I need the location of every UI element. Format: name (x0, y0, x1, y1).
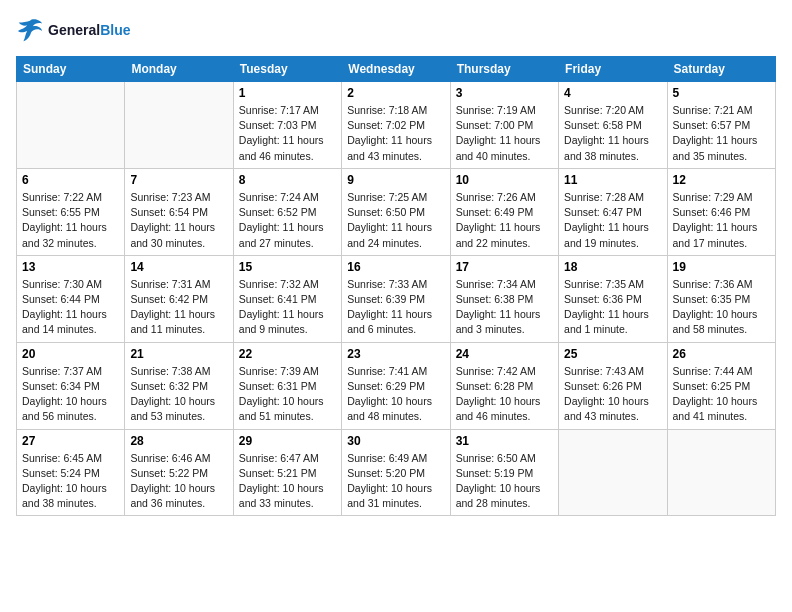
cell-line: Sunset: 6:55 PM (22, 206, 100, 218)
cell-line: Sunrise: 7:19 AM (456, 104, 536, 116)
calendar-cell (667, 429, 775, 516)
cell-content: Sunrise: 7:42 AMSunset: 6:28 PMDaylight:… (456, 364, 553, 425)
day-number: 16 (347, 260, 444, 274)
cell-line: Daylight: 10 hours and 33 minutes. (239, 482, 324, 509)
cell-line: Daylight: 10 hours and 46 minutes. (456, 395, 541, 422)
day-number: 31 (456, 434, 553, 448)
cell-content: Sunrise: 7:22 AMSunset: 6:55 PMDaylight:… (22, 190, 119, 251)
cell-line: Sunset: 6:32 PM (130, 380, 208, 392)
cell-line: Daylight: 11 hours and 40 minutes. (456, 134, 541, 161)
cell-content: Sunrise: 7:21 AMSunset: 6:57 PMDaylight:… (673, 103, 770, 164)
day-number: 25 (564, 347, 661, 361)
cell-line: Daylight: 11 hours and 9 minutes. (239, 308, 324, 335)
cell-line: Sunset: 5:21 PM (239, 467, 317, 479)
cell-content: Sunrise: 7:17 AMSunset: 7:03 PMDaylight:… (239, 103, 336, 164)
day-number: 20 (22, 347, 119, 361)
cell-line: Daylight: 10 hours and 31 minutes. (347, 482, 432, 509)
cell-line: Sunset: 6:42 PM (130, 293, 208, 305)
cell-line: Sunrise: 7:28 AM (564, 191, 644, 203)
day-number: 11 (564, 173, 661, 187)
calendar-cell: 17Sunrise: 7:34 AMSunset: 6:38 PMDayligh… (450, 255, 558, 342)
cell-line: Daylight: 10 hours and 36 minutes. (130, 482, 215, 509)
cell-line: Sunrise: 7:41 AM (347, 365, 427, 377)
cell-line: Daylight: 11 hours and 24 minutes. (347, 221, 432, 248)
cell-line: Sunrise: 7:31 AM (130, 278, 210, 290)
calendar-cell: 29Sunrise: 6:47 AMSunset: 5:21 PMDayligh… (233, 429, 341, 516)
cell-line: Sunrise: 7:24 AM (239, 191, 319, 203)
cell-line: Sunrise: 7:21 AM (673, 104, 753, 116)
cell-line: Daylight: 11 hours and 3 minutes. (456, 308, 541, 335)
cell-line: Sunset: 6:35 PM (673, 293, 751, 305)
cell-line: Sunset: 6:46 PM (673, 206, 751, 218)
day-number: 8 (239, 173, 336, 187)
cell-line: Sunrise: 7:17 AM (239, 104, 319, 116)
cell-content: Sunrise: 7:31 AMSunset: 6:42 PMDaylight:… (130, 277, 227, 338)
day-number: 2 (347, 86, 444, 100)
calendar-cell: 2Sunrise: 7:18 AMSunset: 7:02 PMDaylight… (342, 82, 450, 169)
cell-content: Sunrise: 7:35 AMSunset: 6:36 PMDaylight:… (564, 277, 661, 338)
cell-content: Sunrise: 7:23 AMSunset: 6:54 PMDaylight:… (130, 190, 227, 251)
cell-line: Daylight: 11 hours and 38 minutes. (564, 134, 649, 161)
cell-line: Sunrise: 6:46 AM (130, 452, 210, 464)
day-number: 10 (456, 173, 553, 187)
cell-line: Sunrise: 7:22 AM (22, 191, 102, 203)
cell-line: Daylight: 11 hours and 17 minutes. (673, 221, 758, 248)
cell-line: Sunrise: 7:25 AM (347, 191, 427, 203)
cell-line: Sunset: 6:39 PM (347, 293, 425, 305)
calendar-week-row: 6Sunrise: 7:22 AMSunset: 6:55 PMDaylight… (17, 168, 776, 255)
cell-line: Sunset: 6:44 PM (22, 293, 100, 305)
cell-line: Daylight: 11 hours and 30 minutes. (130, 221, 215, 248)
day-number: 3 (456, 86, 553, 100)
cell-line: Sunrise: 6:45 AM (22, 452, 102, 464)
calendar-cell: 9Sunrise: 7:25 AMSunset: 6:50 PMDaylight… (342, 168, 450, 255)
day-number: 5 (673, 86, 770, 100)
cell-line: Sunset: 6:34 PM (22, 380, 100, 392)
cell-line: Daylight: 10 hours and 51 minutes. (239, 395, 324, 422)
day-of-week-header: Wednesday (342, 57, 450, 82)
calendar-cell: 4Sunrise: 7:20 AMSunset: 6:58 PMDaylight… (559, 82, 667, 169)
calendar-cell: 26Sunrise: 7:44 AMSunset: 6:25 PMDayligh… (667, 342, 775, 429)
day-number: 9 (347, 173, 444, 187)
cell-content: Sunrise: 7:20 AMSunset: 6:58 PMDaylight:… (564, 103, 661, 164)
day-number: 29 (239, 434, 336, 448)
calendar-cell: 28Sunrise: 6:46 AMSunset: 5:22 PMDayligh… (125, 429, 233, 516)
cell-line: Sunrise: 7:26 AM (456, 191, 536, 203)
day-number: 21 (130, 347, 227, 361)
calendar-cell: 8Sunrise: 7:24 AMSunset: 6:52 PMDaylight… (233, 168, 341, 255)
cell-line: Sunrise: 7:33 AM (347, 278, 427, 290)
cell-line: Sunrise: 7:35 AM (564, 278, 644, 290)
cell-line: Sunrise: 7:44 AM (673, 365, 753, 377)
cell-line: Sunset: 6:58 PM (564, 119, 642, 131)
calendar-cell: 5Sunrise: 7:21 AMSunset: 6:57 PMDaylight… (667, 82, 775, 169)
cell-line: Sunset: 5:20 PM (347, 467, 425, 479)
cell-line: Sunrise: 7:20 AM (564, 104, 644, 116)
cell-line: Daylight: 11 hours and 27 minutes. (239, 221, 324, 248)
calendar-header-row: SundayMondayTuesdayWednesdayThursdayFrid… (17, 57, 776, 82)
cell-line: Sunset: 6:31 PM (239, 380, 317, 392)
cell-line: Sunset: 7:03 PM (239, 119, 317, 131)
cell-content: Sunrise: 6:46 AMSunset: 5:22 PMDaylight:… (130, 451, 227, 512)
cell-line: Daylight: 11 hours and 6 minutes. (347, 308, 432, 335)
cell-line: Sunrise: 7:38 AM (130, 365, 210, 377)
calendar-cell: 22Sunrise: 7:39 AMSunset: 6:31 PMDayligh… (233, 342, 341, 429)
cell-line: Sunrise: 7:43 AM (564, 365, 644, 377)
cell-line: Sunset: 7:00 PM (456, 119, 534, 131)
calendar-week-row: 27Sunrise: 6:45 AMSunset: 5:24 PMDayligh… (17, 429, 776, 516)
day-number: 12 (673, 173, 770, 187)
cell-content: Sunrise: 7:38 AMSunset: 6:32 PMDaylight:… (130, 364, 227, 425)
cell-content: Sunrise: 7:36 AMSunset: 6:35 PMDaylight:… (673, 277, 770, 338)
cell-line: Daylight: 10 hours and 56 minutes. (22, 395, 107, 422)
cell-line: Daylight: 11 hours and 22 minutes. (456, 221, 541, 248)
calendar-cell: 27Sunrise: 6:45 AMSunset: 5:24 PMDayligh… (17, 429, 125, 516)
cell-line: Sunset: 6:26 PM (564, 380, 642, 392)
cell-content: Sunrise: 7:18 AMSunset: 7:02 PMDaylight:… (347, 103, 444, 164)
cell-content: Sunrise: 6:45 AMSunset: 5:24 PMDaylight:… (22, 451, 119, 512)
cell-line: Daylight: 11 hours and 46 minutes. (239, 134, 324, 161)
cell-line: Daylight: 11 hours and 11 minutes. (130, 308, 215, 335)
calendar-cell (125, 82, 233, 169)
calendar-cell: 30Sunrise: 6:49 AMSunset: 5:20 PMDayligh… (342, 429, 450, 516)
cell-line: Sunrise: 6:49 AM (347, 452, 427, 464)
cell-line: Sunset: 6:41 PM (239, 293, 317, 305)
day-of-week-header: Monday (125, 57, 233, 82)
cell-line: Daylight: 10 hours and 58 minutes. (673, 308, 758, 335)
